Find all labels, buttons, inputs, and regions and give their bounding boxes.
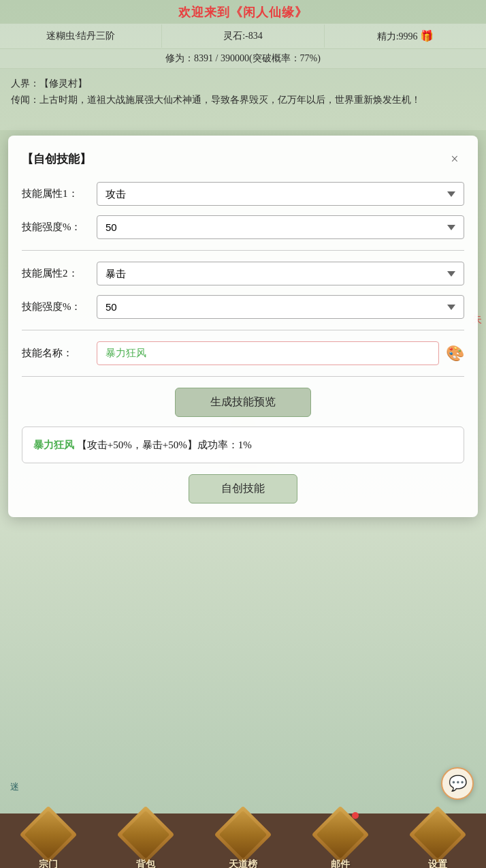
skill-strength2-row: 技能强度%： 10 20 30 40 50 60 70 80 90 100 [22,295,464,319]
stamina-status: 精力:9996 🎁 [325,24,486,48]
skill-attr1-select[interactable]: 攻击 防御 速度 暴击 治疗 [97,182,464,206]
spirit-stone-status: 灵石:-834 [162,25,324,48]
skill-name-row: 技能名称： 🎨 [22,341,464,365]
character-status: 迷糊虫·结丹三阶 [0,25,162,48]
gift-icon[interactable]: 🎁 [420,30,434,42]
modal-title: 【自创技能】 [22,151,91,167]
nav-item-sect[interactable]: 宗门 [25,811,72,868]
nav-label-ranking: 天道榜 [229,858,257,868]
bottom-side-text: 迷 [10,781,19,793]
divider-2 [22,330,464,330]
location-text: 人界：【修灵村】 [11,76,475,92]
status-bar: 迷糊虫·结丹三阶 灵石:-834 精力:9996 🎁 [0,23,486,49]
nav-label-sect: 宗门 [39,858,58,868]
modal-close-button[interactable]: × [445,149,464,168]
skill-attr1-label: 技能属性1： [22,187,97,200]
nav-diamond-bag [122,811,169,858]
skill-strength1-label: 技能强度%： [22,221,97,234]
palette-icon[interactable]: 🎨 [446,345,464,362]
preview-detail: 【攻击+50%，暴击+50%】成功率：1% [77,439,252,450]
skill-attr2-label: 技能属性2： [22,267,97,280]
bottom-navigation: 宗门 背包 天道榜 邮件 设置 [0,813,486,868]
game-title: 欢迎来到《闲人仙缘》 [178,5,308,19]
nav-diamond-sect [25,811,72,858]
skill-creation-modal: 【自创技能】 × 技能属性1： 攻击 防御 速度 暴击 治疗 技能强度%： 10… [8,136,478,517]
skill-attr2-select[interactable]: 暴击 攻击 防御 速度 治疗 [97,262,464,285]
nav-label-bag: 背包 [136,858,155,868]
chat-icon: 💬 [449,775,467,792]
story-text: 传闻：上古时期，道祖大战施展强大仙术神通，导致各界毁灭，亿万年以后，世界重新焕发… [11,92,475,108]
nav-label-mail: 邮件 [331,858,350,868]
nav-diamond-ranking [219,811,267,858]
skill-preview-box: 暴力狂风 【攻击+50%，暴击+50%】成功率：1% [22,427,464,463]
skill-strength1-select[interactable]: 10 20 30 40 50 60 70 80 90 100 [97,215,464,239]
create-skill-button[interactable]: 自创技能 [189,474,297,503]
cultivation-bar: 修为：8391 / 390000(突破概率：77%) [0,49,486,69]
chat-bubble-button[interactable]: 💬 [441,767,474,800]
skill-attr1-row: 技能属性1： 攻击 防御 速度 暴击 治疗 [22,182,464,206]
skill-name-input[interactable] [97,341,439,365]
mail-notification-dot [352,812,359,819]
nav-label-settings: 设置 [428,858,447,868]
nav-item-bag[interactable]: 背包 [122,811,169,868]
skill-attr2-row: 技能属性2： 暴击 攻击 防御 速度 治疗 [22,262,464,285]
skill-name-label: 技能名称： [22,347,97,360]
skill-strength1-row: 技能强度%： 10 20 30 40 50 60 70 80 90 100 [22,215,464,239]
modal-header: 【自创技能】 × [22,149,464,168]
generate-preview-button[interactable]: 生成技能预览 [175,388,311,417]
divider-1 [22,250,464,251]
nav-item-mail[interactable]: 邮件 [317,811,364,868]
title-bar: 欢迎来到《闲人仙缘》 [0,0,486,23]
nav-item-ranking[interactable]: 天道榜 [219,811,267,868]
world-description: 人界：【修灵村】 传闻：上古时期，道祖大战施展强大仙术神通，导致各界毁灭，亿万年… [0,69,486,130]
nav-item-settings[interactable]: 设置 [414,811,461,868]
skill-strength2-label: 技能强度%： [22,300,97,313]
divider-3 [22,376,464,377]
preview-skill-name: 暴力狂风 [33,439,74,450]
nav-diamond-settings [414,811,461,858]
skill-strength2-select[interactable]: 10 20 30 40 50 60 70 80 90 100 [97,295,464,319]
